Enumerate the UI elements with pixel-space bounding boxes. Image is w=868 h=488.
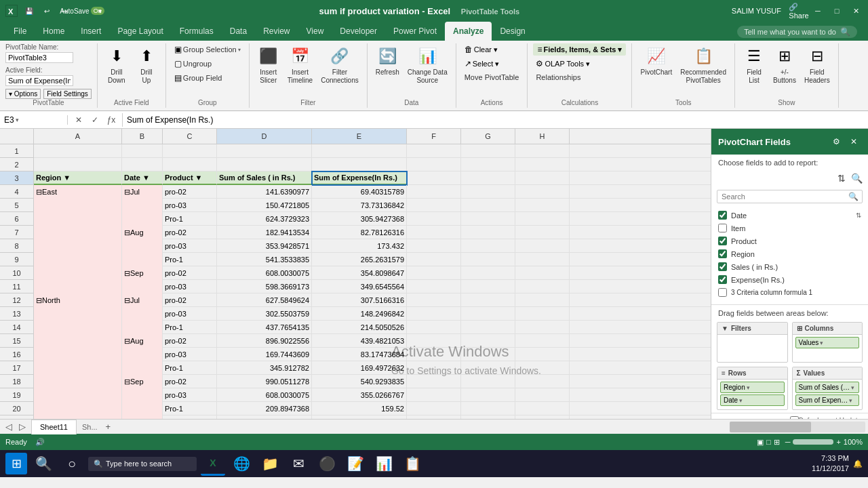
cell-d4[interactable]: 141.6390977 xyxy=(217,185,312,199)
cell-b2[interactable] xyxy=(122,158,163,171)
cell-b10[interactable]: ⊟Sep xyxy=(122,266,163,280)
cell-e20[interactable]: 159.52 xyxy=(312,402,407,415)
cell-a18[interactable] xyxy=(34,375,122,388)
drag-tag-values[interactable]: Values ▾ xyxy=(795,337,860,348)
cell-g17[interactable] xyxy=(461,361,515,375)
cell-b17[interactable] xyxy=(122,361,163,375)
group-selection-btn[interactable]: ▣ Group Selection ▾ xyxy=(172,43,243,56)
cell-c14[interactable]: Pro-1 xyxy=(163,321,217,334)
cell-a5[interactable] xyxy=(34,199,122,212)
cell-a10[interactable] xyxy=(34,266,122,280)
col-header-e[interactable]: E xyxy=(312,129,407,144)
start-button[interactable]: ⊞ xyxy=(5,453,27,474)
cell-h5[interactable] xyxy=(515,199,570,212)
maximize-btn[interactable]: □ xyxy=(830,4,844,18)
cell-h7[interactable] xyxy=(515,226,570,239)
cell-a15[interactable] xyxy=(34,334,122,348)
field-list-btn[interactable]: ☰ FieldList xyxy=(741,43,768,87)
field-checkbox-item[interactable] xyxy=(718,224,727,232)
cell-d11[interactable]: 598.3669173 xyxy=(217,280,312,293)
row-header-13[interactable]: 13 xyxy=(0,307,34,321)
taskbar-search[interactable]: 🔍 xyxy=(31,451,56,476)
cell-g12[interactable] xyxy=(461,293,515,307)
cell-e1[interactable] xyxy=(312,144,407,158)
insert-function-btn[interactable]: ƒx xyxy=(104,113,118,127)
row-header-14[interactable]: 14 xyxy=(0,321,34,334)
taskbar-chrome[interactable]: ⚫ xyxy=(315,451,339,476)
cell-e21[interactable]: 141.9541053 xyxy=(312,415,407,419)
cell-d18[interactable]: 990.0511278 xyxy=(217,375,312,388)
cell-h4[interactable] xyxy=(515,185,570,199)
cell-g3[interactable] xyxy=(461,171,515,185)
row-header-8[interactable]: 8 xyxy=(0,239,34,253)
cell-c8[interactable]: pro-03 xyxy=(163,239,217,253)
cell-b1[interactable] xyxy=(122,144,163,158)
filters-area-content[interactable] xyxy=(717,335,787,362)
add-sheet-btn[interactable]: + xyxy=(103,420,114,434)
cell-b5[interactable] xyxy=(122,199,163,212)
group-field-btn[interactable]: ▤ Group Field xyxy=(172,72,243,84)
olap-tools-btn[interactable]: ⚙ OLAP Tools ▾ xyxy=(533,58,626,70)
ungroup-btn[interactable]: ▢ Ungroup xyxy=(172,58,243,70)
row-header-9[interactable]: 9 xyxy=(0,253,34,266)
tab-review[interactable]: Review xyxy=(255,22,298,41)
cell-g16[interactable] xyxy=(461,348,515,361)
cell-h1[interactable] xyxy=(515,144,570,158)
cell-h14[interactable] xyxy=(515,321,570,334)
cell-d15[interactable]: 896.9022556 xyxy=(217,334,312,348)
move-pivot-btn[interactable]: Move PivotTable xyxy=(462,72,522,83)
save-qat-btn[interactable]: 💾 xyxy=(22,3,37,18)
field-checkbox-sales[interactable] xyxy=(718,262,727,271)
cell-e8[interactable]: 173.432 xyxy=(312,239,407,253)
cell-c17[interactable]: Pro-1 xyxy=(163,361,217,375)
cell-b16[interactable] xyxy=(122,348,163,361)
zoom-in-btn[interactable]: + xyxy=(836,438,840,446)
cell-e4[interactable]: 69.40315789 xyxy=(312,185,407,199)
cell-b14[interactable] xyxy=(122,321,163,334)
cell-g19[interactable] xyxy=(461,388,515,402)
sheet-nav-prev[interactable]: ◁ xyxy=(3,422,15,432)
cell-f3[interactable] xyxy=(407,171,461,185)
tab-home[interactable]: Home xyxy=(35,22,73,41)
cell-c16[interactable]: pro-03 xyxy=(163,348,217,361)
field-item-expense[interactable]: Expense(In Rs.) xyxy=(711,273,868,286)
drag-tag-sum-expense[interactable]: Sum of Expen… ▾ xyxy=(795,394,860,406)
cell-f8[interactable] xyxy=(407,239,461,253)
sheet-tab-s[interactable]: Sh... xyxy=(77,420,103,434)
cell-e17[interactable]: 169.4972632 xyxy=(312,361,407,375)
cell-c12[interactable]: pro-02 xyxy=(163,293,217,307)
cell-c5[interactable]: pro-03 xyxy=(163,199,217,212)
cell-e15[interactable]: 439.4821053 xyxy=(312,334,407,348)
field-checkbox-expense[interactable] xyxy=(718,275,727,284)
tab-insert[interactable]: Insert xyxy=(73,22,109,41)
cell-f13[interactable] xyxy=(407,307,461,321)
field-settings-btn[interactable]: Field Settings xyxy=(43,89,92,99)
tab-file[interactable]: File xyxy=(5,22,35,41)
col-header-g[interactable]: G xyxy=(461,129,515,144)
rows-area-content[interactable]: Region ▾ Date ▾ xyxy=(717,380,787,409)
pivot-sort-btn[interactable]: ⇅ xyxy=(834,171,849,186)
cell-f1[interactable] xyxy=(407,144,461,158)
cell-f21[interactable] xyxy=(407,415,461,419)
insert-timeline-btn[interactable]: 📅 InsertTimeline xyxy=(285,43,315,87)
cell-e13[interactable]: 148.2496842 xyxy=(312,307,407,321)
taskbar-edge[interactable]: 🌐 xyxy=(229,451,254,476)
row-header-17[interactable]: 17 xyxy=(0,361,34,375)
cell-d19[interactable]: 608.0030075 xyxy=(217,388,312,402)
cell-g5[interactable] xyxy=(461,199,515,212)
tell-me-search[interactable]: Tell me what you want to do 🔍 xyxy=(737,26,857,38)
cell-d16[interactable]: 169.7443609 xyxy=(217,348,312,361)
cell-c19[interactable]: pro-03 xyxy=(163,388,217,402)
values-area-content[interactable]: Sum of Sales (… ▾ Sum of Expen… ▾ xyxy=(793,380,863,409)
cell-f14[interactable] xyxy=(407,321,461,334)
cell-b6[interactable] xyxy=(122,212,163,226)
cell-a11[interactable] xyxy=(34,280,122,293)
cell-a7[interactable] xyxy=(34,226,122,239)
defer-layout-checkbox[interactable] xyxy=(790,416,799,419)
plus-minus-buttons-btn[interactable]: ⊞ +/-Buttons xyxy=(770,43,799,87)
cell-g21[interactable] xyxy=(461,415,515,419)
undo-qat-btn[interactable]: ↩ xyxy=(39,3,54,18)
cell-d6[interactable]: 624.3729323 xyxy=(217,212,312,226)
cell-h8[interactable] xyxy=(515,239,570,253)
pivot-panel-gear-btn[interactable]: ⚙ xyxy=(829,134,844,149)
